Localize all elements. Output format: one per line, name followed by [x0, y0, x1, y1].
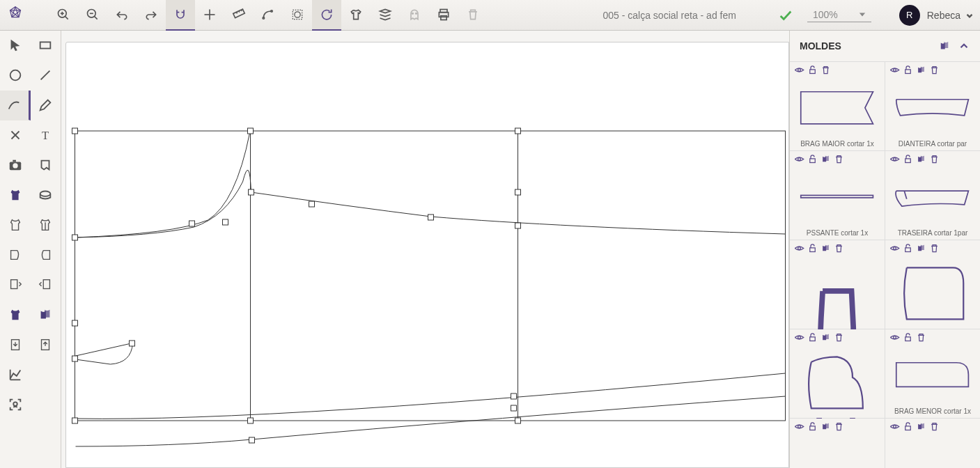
zoom-selector[interactable]: 100% — [807, 8, 871, 22]
trash-icon[interactable] — [929, 421, 940, 432]
garment-dark-icon[interactable] — [0, 300, 31, 330]
pattern-piece-1-icon[interactable] — [0, 240, 31, 270]
svg-point-73 — [798, 158, 801, 161]
unlock-icon[interactable] — [807, 65, 818, 75]
svg-rect-57 — [309, 201, 315, 207]
pattern-drawing[interactable] — [66, 42, 788, 467]
pattern-shape-icon[interactable] — [31, 150, 61, 180]
zoom-in-icon[interactable] — [49, 0, 78, 31]
eye-icon[interactable] — [889, 154, 900, 164]
page-rotate-2-icon[interactable] — [31, 270, 61, 300]
double-garment-icon[interactable] — [916, 65, 926, 75]
trash-icon[interactable] — [929, 65, 940, 75]
app-logo[interactable] — [8, 6, 28, 25]
line-icon[interactable] — [31, 61, 61, 91]
eye-icon[interactable] — [889, 332, 900, 343]
page-rotate-1-icon[interactable] — [0, 270, 31, 300]
unlock-icon[interactable] — [903, 154, 913, 164]
zoom-out-icon[interactable] — [78, 0, 107, 31]
double-garment-icon[interactable] — [916, 154, 926, 164]
scan-focus-icon[interactable] — [0, 390, 31, 420]
double-garment-icon[interactable] — [820, 421, 831, 432]
bodice-outline-icon[interactable] — [0, 210, 31, 240]
molde-item[interactable]: BRAG MENOR cortar 1x — [885, 329, 980, 418]
molde-item[interactable]: BRAG MAIOR cortar 1x — [790, 62, 885, 150]
unlock-icon[interactable] — [807, 154, 818, 164]
molde-item[interactable] — [790, 419, 885, 468]
camera-icon[interactable] — [0, 150, 31, 180]
molde-item[interactable]: COS TRAS cortar 1par — [790, 240, 885, 329]
shirt-icon[interactable] — [341, 0, 371, 31]
bodice-filled-icon[interactable] — [0, 180, 31, 210]
unlock-icon[interactable] — [807, 332, 818, 343]
eye-icon[interactable] — [794, 243, 804, 254]
text-icon[interactable]: T — [31, 120, 61, 150]
print-icon[interactable] — [429, 0, 458, 31]
graph-icon[interactable] — [0, 360, 31, 390]
unlock-icon[interactable] — [903, 65, 913, 75]
trash-icon[interactable] — [916, 332, 926, 343]
delete-x-icon[interactable] — [0, 120, 31, 150]
double-garment-icon[interactable] — [916, 243, 926, 254]
redo-icon[interactable] — [137, 0, 166, 31]
molde-item[interactable] — [885, 419, 980, 468]
crosshair-icon[interactable] — [195, 0, 224, 31]
pencil-icon[interactable] — [31, 91, 61, 120]
double-garment-icon[interactable] — [31, 300, 61, 330]
double-garment-icon[interactable] — [820, 332, 831, 343]
trash-icon[interactable] — [929, 154, 940, 164]
unlock-icon[interactable] — [903, 243, 913, 254]
eye-icon[interactable] — [794, 65, 804, 75]
measure-tape-icon[interactable] — [31, 180, 61, 210]
double-garment-icon[interactable] — [820, 154, 831, 164]
eye-icon[interactable] — [794, 332, 804, 343]
import-page-icon[interactable] — [31, 330, 61, 360]
eye-icon[interactable] — [889, 65, 900, 75]
molde-item[interactable]: FUNDO DO BOLSO DIA... — [885, 240, 980, 329]
svg-point-38 — [40, 192, 51, 196]
molde-item[interactable]: FORRO BOLSO DIANT c... — [790, 329, 885, 418]
double-garment-icon[interactable] — [938, 40, 951, 52]
drawing-canvas[interactable] — [65, 42, 789, 468]
molde-item[interactable]: PSSANTE cortar 1x — [790, 151, 885, 240]
bodice-outline-2-icon[interactable] — [31, 210, 61, 240]
molde-item[interactable]: TRASEIRA cortar 1par — [885, 151, 980, 240]
svg-line-7 — [65, 16, 68, 19]
collapse-chevron-icon[interactable] — [958, 40, 970, 52]
magnet-snap-icon[interactable] — [166, 0, 195, 31]
select-arrow-icon[interactable] — [0, 31, 31, 61]
canvas-area[interactable] — [61, 31, 789, 468]
rectangle-icon[interactable] — [31, 31, 61, 61]
user-name[interactable]: Rebeca — [927, 10, 960, 21]
molde-item[interactable]: DIANTEIRA cortar par — [885, 62, 980, 150]
export-page-icon[interactable] — [0, 330, 31, 360]
unlock-icon[interactable] — [807, 243, 818, 254]
pattern-piece-2-icon[interactable] — [31, 240, 61, 270]
ruler-icon[interactable] — [224, 0, 254, 31]
layers-icon[interactable] — [371, 0, 400, 31]
selection-group-icon[interactable] — [283, 0, 312, 31]
trash-icon[interactable] — [834, 421, 844, 432]
trash-icon[interactable] — [834, 332, 844, 343]
arc-icon[interactable] — [254, 0, 283, 31]
unlock-icon[interactable] — [903, 332, 913, 343]
double-garment-icon[interactable] — [820, 243, 831, 254]
trash-icon[interactable] — [929, 243, 940, 254]
curve-icon[interactable] — [0, 91, 31, 120]
user-avatar[interactable]: R — [899, 5, 920, 26]
eye-icon[interactable] — [794, 421, 804, 432]
double-garment-icon[interactable] — [916, 421, 926, 432]
svg-line-11 — [95, 16, 98, 19]
eye-icon[interactable] — [889, 243, 900, 254]
eye-icon[interactable] — [794, 154, 804, 164]
undo-icon[interactable] — [107, 0, 137, 31]
user-menu-chevron-icon[interactable] — [965, 10, 974, 20]
trash-icon[interactable] — [820, 65, 831, 75]
trash-icon[interactable] — [834, 154, 844, 164]
circle-icon[interactable] — [0, 61, 31, 91]
trash-icon[interactable] — [834, 243, 844, 254]
unlock-icon[interactable] — [903, 421, 913, 432]
eye-icon[interactable] — [889, 421, 900, 432]
unlock-icon[interactable] — [807, 421, 818, 432]
refresh-icon[interactable] — [312, 0, 341, 31]
